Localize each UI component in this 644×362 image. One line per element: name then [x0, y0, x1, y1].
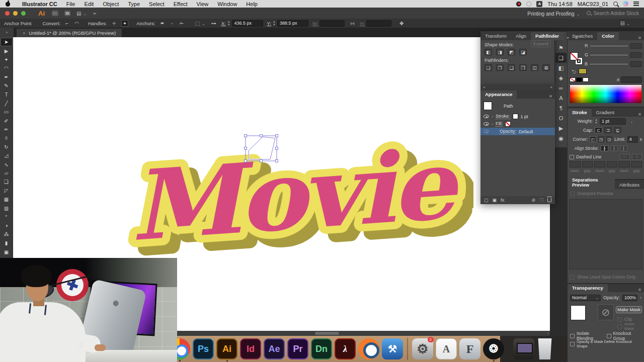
- spot-colors-checkbox[interactable]: [570, 275, 575, 280]
- tool-button[interactable]: ▱: [1, 169, 13, 177]
- panel-dock-icon[interactable]: ∞: [555, 83, 567, 93]
- transparency-menu-icon[interactable]: ≡: [635, 287, 644, 292]
- tool-button[interactable]: T: [1, 90, 13, 99]
- channel-slider[interactable]: [590, 55, 628, 55]
- channel-value-input[interactable]: [630, 52, 642, 58]
- make-mask-button[interactable]: Make Mask: [616, 306, 642, 313]
- panel-dock-icon[interactable]: A: [555, 93, 567, 103]
- artwork-main-text[interactable]: Movie: [126, 128, 464, 262]
- tab-transparency[interactable]: Transparency: [568, 284, 608, 292]
- mask-thumbnail[interactable]: ⊘: [598, 304, 614, 320]
- menu-view[interactable]: View: [192, 1, 213, 7]
- blend-mode-select[interactable]: Normal⌄: [570, 295, 601, 301]
- opacity-chevron-icon[interactable]: ›: [640, 295, 641, 300]
- tool-button[interactable]: ◊: [1, 134, 13, 142]
- object-thumbnail[interactable]: [571, 305, 586, 320]
- round-join-button[interactable]: ◳: [598, 136, 604, 142]
- tool-button[interactable]: ✐: [1, 117, 13, 125]
- panel-dock-icon[interactable]: ◧: [555, 63, 567, 73]
- tool-button[interactable]: ◿: [1, 151, 13, 160]
- notification-center-icon[interactable]: [633, 2, 639, 6]
- expand-chevron-icon[interactable]: ›: [492, 122, 493, 127]
- tool-button[interactable]: ✎: [1, 81, 13, 90]
- dock-item[interactable]: Ps: [193, 338, 214, 359]
- round-cap-button[interactable]: ⊐: [604, 127, 612, 133]
- x-input[interactable]: 436.5 px: [232, 20, 263, 27]
- dock-item[interactable]: [537, 338, 553, 359]
- align-dash-icon[interactable]: ⌸: [632, 154, 642, 160]
- collapse-panel-icon[interactable]: «: [550, 85, 552, 89]
- expand-chevron-icon[interactable]: ›: [492, 114, 493, 119]
- dock-item[interactable]: λ: [335, 338, 356, 359]
- y-input[interactable]: 388.5 px: [277, 20, 308, 27]
- channel-slider[interactable]: [590, 46, 628, 46]
- menu-app[interactable]: Illustrator CC: [18, 1, 62, 7]
- scrollbar-thumb[interactable]: [315, 332, 339, 335]
- pathfinder-button[interactable]: ◫: [531, 64, 538, 71]
- opacity-link[interactable]: Opacity:: [500, 129, 516, 134]
- channel-value-input[interactable]: [630, 43, 642, 49]
- scroll-right-icon[interactable]: ›: [547, 331, 549, 335]
- pathfinder-button[interactable]: ❐: [496, 64, 504, 71]
- shape-mode-button[interactable]: ◧: [485, 49, 492, 55]
- align-center-button[interactable]: ╂: [601, 145, 608, 151]
- shape-mode-button[interactable]: ◪: [519, 49, 527, 55]
- menu-select[interactable]: Select: [144, 1, 169, 7]
- weight-dropdown-icon[interactable]: ⌄: [630, 119, 633, 124]
- dashed-line-checkbox[interactable]: [570, 155, 574, 159]
- projecting-cap-button[interactable]: ⊑: [614, 127, 621, 133]
- add-effect-icon[interactable]: fx.: [501, 198, 506, 203]
- knockout-group-checkbox[interactable]: [607, 334, 611, 338]
- dock-item[interactable]: [406, 338, 410, 360]
- tab-stroke[interactable]: Stroke: [568, 109, 592, 117]
- menu-window[interactable]: Window: [213, 1, 242, 7]
- pathfinder-button[interactable]: ❏: [485, 64, 492, 71]
- y-label[interactable]: Y:: [267, 21, 271, 26]
- show-handles-icon[interactable]: ✧: [111, 21, 117, 26]
- appearance-fill-row[interactable]: › Fill:: [480, 120, 555, 128]
- connect-anchor-icon[interactable]: ⌁: [170, 21, 175, 26]
- fill-link[interactable]: Fill:: [496, 121, 503, 127]
- dock-item[interactable]: [358, 338, 379, 359]
- tool-button[interactable]: ◑: [1, 221, 13, 230]
- panel-dock-toggle-icon[interactable]: ⊟⌄: [619, 21, 631, 26]
- hostname[interactable]: MAC923_01: [578, 1, 608, 7]
- clock[interactable]: Thu 14:58: [547, 1, 573, 7]
- dock-item[interactable]: ⚒: [382, 338, 403, 359]
- hide-handles-icon[interactable]: ✦: [121, 20, 128, 27]
- adobe-stock-search[interactable]: Search Adobe Stock: [587, 11, 639, 16]
- fill-swatch[interactable]: [505, 121, 511, 127]
- constrain-link-icon[interactable]: ⧓: [349, 21, 356, 26]
- hex-input[interactable]: [621, 76, 642, 83]
- tool-button[interactable]: ▶: [1, 46, 13, 55]
- tab-separations-preview[interactable]: Separations Preview: [568, 176, 615, 189]
- tab-align[interactable]: Align: [511, 32, 531, 40]
- add-fill-icon[interactable]: ▣: [493, 198, 497, 203]
- dash-input[interactable]: [619, 161, 630, 167]
- fill-indicator[interactable]: [570, 52, 578, 60]
- stroke-menu-icon[interactable]: ≡: [635, 112, 644, 117]
- panel-dock-icon[interactable]: O: [555, 113, 567, 123]
- menu-help[interactable]: Help: [242, 1, 262, 7]
- input-source-icon[interactable]: A: [536, 1, 542, 7]
- tab-transform[interactable]: Transform: [480, 32, 511, 40]
- black-swatch[interactable]: [576, 77, 582, 82]
- miter-join-button[interactable]: ◰: [590, 136, 596, 142]
- workspace-switcher[interactable]: Printing and Proofing⌄: [527, 9, 580, 18]
- dock-item[interactable]: ⚙: [412, 338, 433, 359]
- gap-input[interactable]: [582, 161, 593, 167]
- selected-path[interactable]: [249, 137, 275, 159]
- panel-dock-icon[interactable]: ◈: [555, 73, 567, 83]
- fill-stroke-widget[interactable]: [570, 52, 585, 67]
- duplicate-item-icon[interactable]: ❐: [539, 198, 543, 203]
- shape-mode-button[interactable]: ◨: [496, 49, 504, 55]
- visibility-eye-icon[interactable]: [484, 122, 489, 126]
- appearance-opacity-row[interactable]: Opacity: Default: [480, 128, 555, 135]
- movie-artwork[interactable]: Movie Movie: [121, 113, 473, 279]
- free-transform-icon[interactable]: ✥: [398, 21, 405, 26]
- tab-appearance[interactable]: Appearance: [480, 90, 517, 99]
- tab-gradient[interactable]: Gradient: [592, 109, 619, 117]
- record-status-icon[interactable]: [516, 2, 521, 7]
- pathfinder-button[interactable]: ⊞: [542, 64, 550, 71]
- menu-effect[interactable]: Effect: [169, 1, 192, 7]
